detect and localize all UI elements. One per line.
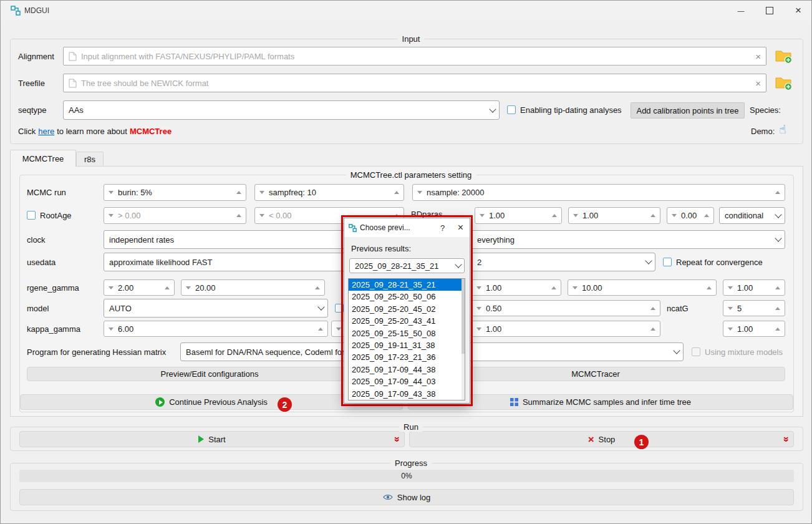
spin-up-icon[interactable] <box>775 286 780 289</box>
kappa-spinbox-3[interactable]: 1.00 <box>471 321 660 337</box>
spin-down-icon[interactable] <box>476 307 481 310</box>
nsample-spinbox[interactable]: nsample: 20000 <box>412 184 785 201</box>
previous-results-list[interactable]: 2025_09_28-21_35_212025_09_25-20_50_0620… <box>348 278 465 400</box>
previous-result-item[interactable]: 2025_09_17-09_44_38 <box>349 364 465 376</box>
rootage-checkbox[interactable] <box>27 211 36 220</box>
spin-down-icon[interactable] <box>109 191 114 194</box>
previous-result-item[interactable]: 2025_09_25-20_43_41 <box>349 315 465 327</box>
repeat-convergence-checkbox[interactable] <box>663 258 672 266</box>
spin-up-icon[interactable] <box>704 214 709 217</box>
chevron-down-icon[interactable] <box>314 299 327 317</box>
demo-hand-icon[interactable]: ☝ <box>779 124 786 135</box>
spin-down-icon[interactable] <box>417 191 422 194</box>
spin-down-icon[interactable] <box>109 328 114 331</box>
spin-up-icon[interactable] <box>650 328 655 331</box>
previous-result-item[interactable]: 2025_09_17-23_21_36 <box>349 351 465 363</box>
chevron-down-icon[interactable] <box>642 253 655 271</box>
previous-result-item[interactable]: 2025_09_17-09_44_03 <box>349 376 465 387</box>
seqtype-combobox[interactable]: AAs <box>63 100 500 120</box>
spin-up-icon[interactable] <box>551 286 556 289</box>
previous-result-item[interactable]: 2025_09_17-09_43_38 <box>349 388 465 400</box>
ncatg-spinbox[interactable]: 5 <box>723 300 785 316</box>
kappa-spinbox-4[interactable]: 1.00 <box>723 321 785 337</box>
sampfreq-spinbox[interactable]: sampfreq: 10 <box>254 184 404 201</box>
tip-dating-checkbox[interactable] <box>507 105 516 114</box>
spin-down-icon[interactable] <box>573 214 578 217</box>
spin-down-icon[interactable] <box>476 328 481 331</box>
expand-chevrons-icon[interactable]: » <box>781 437 793 441</box>
spin-down-icon[interactable] <box>186 286 191 289</box>
chevron-down-icon[interactable] <box>771 231 785 248</box>
bdparas-spinbox-1[interactable]: 1.00 <box>475 207 562 224</box>
spin-up-icon[interactable] <box>236 191 241 194</box>
spin-down-icon[interactable] <box>259 191 264 194</box>
burnin-spinbox[interactable]: burin: 5% <box>104 184 246 201</box>
start-button[interactable]: Start » <box>19 431 405 447</box>
spin-down-icon[interactable] <box>476 286 481 289</box>
spin-up-icon[interactable] <box>236 214 241 217</box>
tab-mcmctree[interactable]: MCMCTree <box>10 150 76 167</box>
treefile-input[interactable] <box>81 79 751 88</box>
show-log-button[interactable]: Show log <box>19 489 794 505</box>
spin-up-icon[interactable] <box>165 286 170 289</box>
stop-button[interactable]: × Stop » <box>409 431 794 447</box>
treefile-field[interactable]: × <box>63 74 766 92</box>
kappa-spinbox-1[interactable]: 6.00 <box>104 321 328 337</box>
add-calibration-button[interactable]: Add calibration points in tree <box>631 102 745 119</box>
spin-down-icon[interactable] <box>259 214 264 217</box>
spin-down-icon[interactable] <box>728 307 733 310</box>
model-combobox[interactable]: AUTO <box>104 299 328 318</box>
spin-down-icon[interactable] <box>728 328 733 331</box>
rgene-spinbox-3[interactable]: 1.00 <box>471 279 561 296</box>
rgene-spinbox-1[interactable]: 2.00 <box>104 279 175 296</box>
spin-down-icon[interactable] <box>336 328 341 331</box>
open-treefile-button[interactable] <box>774 75 794 92</box>
previous-result-item[interactable]: 2025_09_19-11_31_38 <box>349 339 465 351</box>
preview-edit-button[interactable]: Preview/Edit configurations <box>27 367 392 381</box>
bdparas-spinbox-2[interactable]: 1.00 <box>568 207 660 224</box>
chevron-down-icon[interactable] <box>670 343 683 361</box>
spin-up-icon[interactable] <box>707 286 712 289</box>
chevron-down-icon[interactable] <box>771 208 785 223</box>
rgene-spinbox-4[interactable]: 10.00 <box>568 279 717 296</box>
previous-result-item[interactable]: 2025_09_25-20_45_02 <box>349 303 465 315</box>
spin-down-icon[interactable] <box>728 286 733 289</box>
spin-up-icon[interactable] <box>775 328 780 331</box>
chevron-down-icon[interactable] <box>453 259 464 273</box>
alignment-field[interactable]: × <box>63 47 766 66</box>
spin-up-icon[interactable] <box>650 307 655 310</box>
alignment-input[interactable] <box>81 52 751 61</box>
usedata-value2-combobox[interactable]: 2 <box>471 253 655 271</box>
spin-down-icon[interactable] <box>109 214 114 217</box>
spin-up-icon[interactable] <box>318 328 323 331</box>
minimize-icon[interactable]: — <box>727 1 755 21</box>
clear-treefile-icon[interactable]: × <box>755 79 761 88</box>
spin-up-icon[interactable] <box>650 214 655 217</box>
clear-alignment-icon[interactable]: × <box>755 52 761 61</box>
maximize-icon[interactable] <box>755 1 784 21</box>
spin-up-icon[interactable] <box>394 191 399 194</box>
list-scrollbar[interactable] <box>462 279 465 400</box>
alpha-spinbox[interactable]: 0.50 <box>471 300 660 316</box>
tab-r8s[interactable]: r8s <box>76 152 104 166</box>
open-alignment-file-button[interactable] <box>774 48 794 66</box>
close-icon[interactable]: × <box>784 1 812 21</box>
previous-result-item[interactable]: 2025_09_28-21_35_21 <box>349 279 465 291</box>
bdparas-mode-combobox[interactable]: conditional <box>719 207 785 224</box>
spin-up-icon[interactable] <box>315 286 320 289</box>
here-link[interactable]: here <box>38 127 54 136</box>
previous-results-combobox[interactable]: 2025_09_28-21_35_21 <box>349 258 465 273</box>
previous-result-item[interactable]: 2025_09_25-15_50_08 <box>349 328 465 339</box>
bdparas-spinbox-3[interactable]: 0.00 <box>667 207 714 224</box>
spin-down-icon[interactable] <box>573 286 578 289</box>
spin-up-icon[interactable] <box>775 191 780 194</box>
rgene-spinbox-5[interactable]: 1.00 <box>723 279 785 296</box>
rootage-min-spinbox[interactable]: > 0.00 <box>104 207 246 224</box>
spin-down-icon[interactable] <box>480 214 485 217</box>
spin-down-icon[interactable] <box>109 286 114 289</box>
previous-result-item[interactable]: 2025_09_25-20_50_06 <box>349 291 465 303</box>
rgene-spinbox-2[interactable]: 20.00 <box>181 279 325 296</box>
spin-down-icon[interactable] <box>672 214 677 217</box>
spin-up-icon[interactable] <box>552 214 557 217</box>
dialog-help-icon[interactable]: ? <box>433 218 452 237</box>
